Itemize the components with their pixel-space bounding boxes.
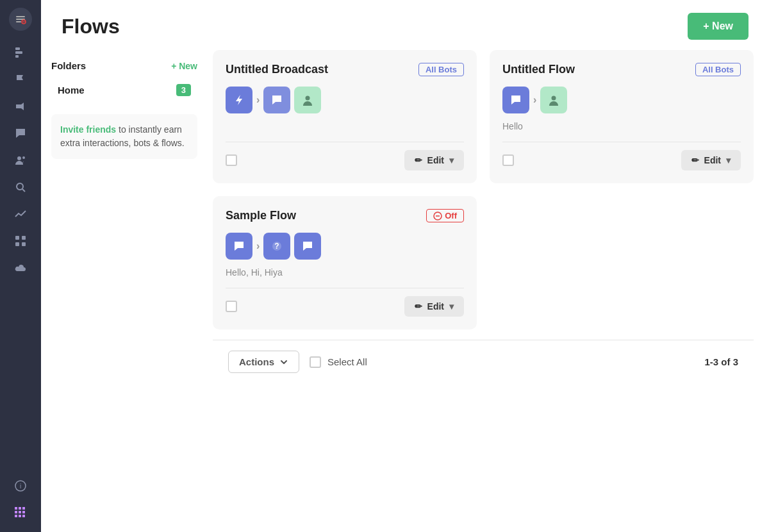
actions-button[interactable]: Actions	[228, 351, 299, 373]
folders-new-link[interactable]: + New	[171, 61, 197, 71]
svg-rect-15	[22, 242, 26, 246]
svg-point-29	[552, 96, 556, 101]
new-flow-button[interactable]: + New	[688, 13, 748, 40]
chevron-down-icon-2: ▾	[726, 155, 731, 165]
flow-checkbox-3[interactable]	[226, 301, 237, 312]
sidebar-icon-segments[interactable]	[9, 41, 32, 64]
flow-footer-1: ✏ Edit ▾	[226, 142, 464, 170]
step-icon-chat-1	[263, 87, 290, 113]
step-icon-user-2	[540, 87, 567, 113]
flow-steps-2: ›	[502, 87, 741, 113]
svg-rect-22	[19, 511, 21, 513]
sidebar-icon-cloud[interactable]	[9, 256, 32, 279]
flow-checkbox-2[interactable]	[502, 154, 514, 166]
edit-label-1: Edit	[427, 155, 444, 165]
step-arrow-3a: ›	[256, 240, 260, 252]
step-icon-chat-2	[502, 87, 529, 113]
main-content: Flows + New Folders + New Home 3 Invite …	[41, 0, 769, 532]
select-all-checkbox[interactable]	[310, 356, 321, 368]
svg-point-8	[17, 156, 21, 160]
sidebar-icon-flag[interactable]	[9, 68, 32, 91]
svg-rect-26	[22, 515, 25, 517]
svg-rect-7	[15, 55, 19, 58]
svg-point-10	[17, 183, 23, 190]
flow-card-untitled-broadcast: Untitled Broadcast All Bots ›	[213, 50, 477, 183]
step-arrow-2: ›	[533, 94, 536, 106]
flow-card-untitled-flow: Untitled Flow All Bots ›	[490, 50, 754, 183]
page-title: Flows	[62, 15, 120, 38]
flow-card-header-3: Sample Flow Off	[226, 209, 464, 222]
select-all-area[interactable]: Select All	[310, 356, 367, 368]
bottom-bar: Actions Select All 1-3 of 3	[213, 340, 754, 383]
svg-text:?: ?	[275, 242, 279, 251]
content-area: Folders + New Home 3 Invite friends to i…	[41, 50, 769, 532]
flow-card-header-1: Untitled Broadcast All Bots	[226, 63, 464, 76]
svg-rect-14	[15, 242, 19, 246]
svg-rect-18	[15, 507, 17, 510]
folder-name: Home	[58, 85, 85, 96]
flow-badge-off-text: Off	[445, 211, 457, 220]
pagination-text: 1-3 of 3	[704, 356, 738, 367]
step-icon-chat-3b	[294, 233, 321, 260]
flow-footer-2: ✏ Edit ▾	[502, 142, 741, 170]
flow-title-1: Untitled Broadcast	[226, 63, 328, 76]
svg-point-28	[306, 96, 310, 101]
invite-friends-link[interactable]: Invite friends	[60, 124, 116, 135]
folder-badge: 3	[176, 84, 191, 96]
svg-rect-25	[19, 515, 21, 517]
flow-title-2: Untitled Flow	[502, 63, 575, 76]
grid-pattern-icon[interactable]	[9, 501, 32, 524]
folders-title: Folders	[51, 60, 86, 71]
edit-label-2: Edit	[704, 155, 721, 165]
edit-button-1[interactable]: ✏ Edit ▾	[404, 150, 464, 170]
svg-rect-20	[22, 507, 25, 510]
flow-card-sample-flow: Sample Flow Off	[213, 196, 477, 329]
flow-badge-3: Off	[426, 209, 464, 222]
sidebar-icon-broadcast[interactable]	[9, 95, 32, 118]
page-header: Flows + New	[41, 0, 769, 50]
folder-item-home[interactable]: Home 3	[51, 79, 197, 101]
invite-box: Invite friends to instantly earn extra i…	[51, 114, 197, 159]
chevron-down-icon-1: ▾	[449, 155, 454, 165]
svg-rect-19	[19, 507, 21, 510]
svg-rect-6	[15, 51, 22, 54]
folders-header: Folders + New	[51, 60, 197, 71]
flow-desc-1	[226, 121, 464, 131]
step-icon-question-3: ?	[263, 233, 290, 260]
svg-line-11	[22, 189, 25, 192]
sidebar-icon-widgets[interactable]	[9, 229, 32, 253]
svg-point-9	[22, 156, 25, 159]
actions-chevron-icon	[279, 358, 288, 367]
edit-button-3[interactable]: ✏ Edit ▾	[404, 296, 464, 317]
chevron-down-icon-3: ▾	[449, 301, 454, 312]
flow-badge-2: All Bots	[695, 63, 741, 76]
sidebar-bottom: i	[9, 474, 32, 524]
flow-steps-1: ›	[226, 87, 464, 113]
sidebar-icon-search[interactable]	[9, 176, 32, 199]
edit-button-2[interactable]: ✏ Edit ▾	[681, 150, 741, 170]
sidebar-icon-analytics[interactable]	[9, 203, 32, 226]
step-arrow-1: ›	[256, 94, 260, 106]
sidebar-icon-chat[interactable]	[9, 122, 32, 145]
svg-text:i: i	[20, 483, 21, 490]
flow-card-header-2: Untitled Flow All Bots	[502, 63, 741, 76]
info-icon[interactable]: i	[9, 474, 32, 497]
svg-rect-24	[15, 515, 17, 517]
actions-label: Actions	[239, 356, 274, 367]
flow-badge-1: All Bots	[418, 63, 464, 76]
svg-marker-27	[236, 95, 242, 105]
flow-title-3: Sample Flow	[226, 209, 296, 222]
sidebar-logo[interactable]	[9, 8, 32, 31]
sidebar-icon-users[interactable]	[9, 149, 32, 172]
edit-label-3: Edit	[427, 301, 444, 312]
step-icon-lightning	[226, 87, 252, 113]
svg-rect-23	[22, 511, 25, 513]
select-all-label: Select All	[327, 356, 367, 367]
svg-rect-12	[15, 236, 19, 240]
svg-rect-13	[22, 236, 26, 240]
edit-icon-2: ✏	[691, 155, 699, 165]
flow-checkbox-1[interactable]	[226, 154, 237, 166]
edit-icon-3: ✏	[415, 301, 422, 312]
folders-panel: Folders + New Home 3 Invite friends to i…	[41, 50, 208, 532]
step-icon-chat-3	[226, 233, 252, 260]
